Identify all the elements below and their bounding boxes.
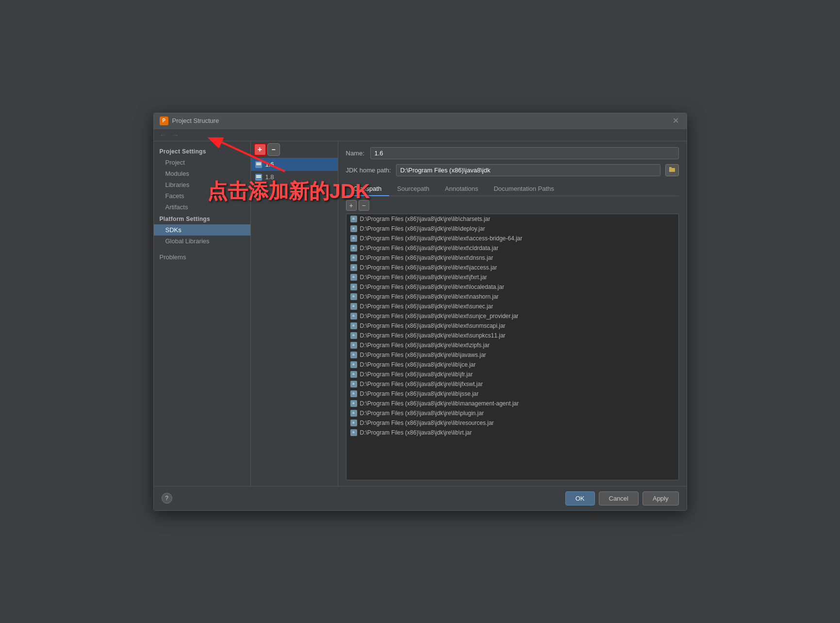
- project-structure-dialog: P Project Structure ✕ ← → Project Settin…: [153, 113, 687, 511]
- jar-path: D:\Program Files (x86)\java8\jdk\jre\lib…: [360, 361, 476, 368]
- sidebar-item-modules[interactable]: Modules: [154, 168, 250, 179]
- sidebar-item-artifacts[interactable]: Artifacts: [154, 202, 250, 213]
- jar-item: ≡ D:\Program Files (x86)\java8\jdk\jre\l…: [346, 253, 678, 263]
- name-input[interactable]: [370, 147, 679, 159]
- sdk-item-1.8[interactable]: 1.8: [251, 171, 338, 184]
- platform-settings-header: Platform Settings: [154, 213, 250, 224]
- svg-rect-4: [256, 177, 261, 178]
- back-button[interactable]: ←: [158, 130, 168, 140]
- jar-path: D:\Program Files (x86)\java8\jdk\jre\lib…: [360, 390, 479, 397]
- action-buttons: OK Cancel Apply: [565, 491, 679, 505]
- jar-icon: ≡: [350, 284, 357, 290]
- jar-icon: ≡: [350, 429, 357, 436]
- svg-rect-2: [256, 163, 261, 164]
- tab-documentation-paths[interactable]: Documentation Paths: [486, 182, 561, 196]
- help-button[interactable]: ?: [162, 493, 172, 504]
- sdk-icon-1.6: [255, 161, 263, 168]
- jar-path: D:\Program Files (x86)\java8\jdk\jre\lib…: [360, 342, 490, 349]
- jar-item: ≡ D:\Program Files (x86)\java8\jdk\jre\l…: [346, 360, 678, 370]
- jar-path: D:\Program Files (x86)\java8\jdk\jre\lib…: [360, 420, 494, 426]
- sidebar-item-project[interactable]: Project: [154, 157, 250, 168]
- jar-path: D:\Program Files (x86)\java8\jdk\jre\lib…: [360, 381, 483, 387]
- browse-jdk-button[interactable]: [665, 164, 679, 176]
- tab-annotations[interactable]: Annotations: [437, 182, 486, 196]
- sdk-label-1.6: 1.6: [265, 161, 274, 168]
- jar-path: D:\Program Files (x86)\java8\jdk\jre\lib…: [360, 429, 472, 436]
- jar-icon: ≡: [350, 390, 357, 397]
- forward-button[interactable]: →: [170, 130, 181, 140]
- add-sdk-button[interactable]: +: [254, 143, 266, 156]
- jar-path: D:\Program Files (x86)\java8\jdk\jre\lib…: [360, 313, 519, 320]
- jar-icon: ≡: [350, 245, 357, 252]
- sdk-list: 1.6 1.8: [251, 158, 338, 486]
- jar-icon: ≡: [350, 352, 357, 358]
- name-label: Name:: [346, 150, 365, 157]
- jar-list: ≡ D:\Program Files (x86)\java8\jdk\jre\l…: [346, 214, 679, 480]
- jar-icon: ≡: [350, 274, 357, 281]
- svg-rect-7: [669, 167, 672, 168]
- jar-path: D:\Program Files (x86)\java8\jdk\jre\lib…: [360, 216, 491, 222]
- cancel-button[interactable]: Cancel: [599, 491, 639, 505]
- jdk-row: JDK home path:: [346, 164, 679, 176]
- jar-icon: ≡: [350, 410, 357, 417]
- jar-item: ≡ D:\Program Files (x86)\java8\jdk\jre\l…: [346, 302, 678, 311]
- jar-path: D:\Program Files (x86)\java8\jdk\jre\lib…: [360, 274, 487, 281]
- remove-classpath-button[interactable]: −: [359, 200, 369, 211]
- jar-icon: ≡: [350, 254, 357, 261]
- jar-item: ≡ D:\Program Files (x86)\java8\jdk\jre\l…: [346, 331, 678, 340]
- title-bar: P Project Structure ✕: [154, 113, 687, 129]
- svg-rect-6: [669, 168, 675, 172]
- main-content: Project Settings Project Modules Librari…: [154, 141, 687, 486]
- jar-item: ≡ D:\Program Files (x86)\java8\jdk\jre\l…: [346, 389, 678, 399]
- jar-icon: ≡: [350, 371, 357, 378]
- jar-item: ≡ D:\Program Files (x86)\java8\jdk\jre\l…: [346, 243, 678, 253]
- jar-item: ≡ D:\Program Files (x86)\java8\jdk\jre\l…: [346, 428, 678, 438]
- tab-classpath[interactable]: Classpath: [346, 182, 390, 196]
- ok-button[interactable]: OK: [565, 491, 595, 505]
- sidebar-item-libraries[interactable]: Libraries: [154, 179, 250, 190]
- jar-item: ≡ D:\Program Files (x86)\java8\jdk\jre\l…: [346, 282, 678, 292]
- jar-item: ≡ D:\Program Files (x86)\java8\jdk\jre\l…: [346, 311, 678, 321]
- nav-top-bar: ← →: [154, 129, 687, 141]
- content-panel: Name: JDK home path: Classpath Sourcepat…: [338, 141, 687, 486]
- jar-icon: ≡: [350, 322, 357, 329]
- sidebar-item-sdks[interactable]: SDKs: [154, 224, 250, 236]
- jar-item: ≡ D:\Program Files (x86)\java8\jdk\jre\l…: [346, 234, 678, 243]
- jar-item: ≡ D:\Program Files (x86)\java8\jdk\jre\l…: [346, 418, 678, 428]
- tab-sourcepath[interactable]: Sourcepath: [389, 182, 437, 196]
- apply-button[interactable]: Apply: [642, 491, 679, 505]
- jar-icon: ≡: [350, 264, 357, 271]
- jar-path: D:\Program Files (x86)\java8\jdk\jre\lib…: [360, 410, 484, 417]
- jdk-home-label: JDK home path:: [346, 167, 391, 174]
- jar-path: D:\Program Files (x86)\java8\jdk\jre\lib…: [360, 254, 494, 261]
- sidebar: Project Settings Project Modules Librari…: [154, 141, 251, 486]
- jar-icon: ≡: [350, 332, 357, 339]
- sdk-item-1.6[interactable]: 1.6: [251, 158, 338, 171]
- jar-path: D:\Program Files (x86)\java8\jdk\jre\lib…: [360, 264, 497, 271]
- jar-item: ≡ D:\Program Files (x86)\java8\jdk\jre\l…: [346, 350, 678, 360]
- bottom-bar: ? OK Cancel Apply: [154, 486, 687, 510]
- jar-icon: ≡: [350, 313, 357, 320]
- add-classpath-button[interactable]: +: [346, 200, 357, 211]
- remove-sdk-button[interactable]: −: [267, 143, 280, 156]
- jar-icon: ≡: [350, 293, 357, 300]
- svg-rect-5: [256, 175, 261, 176]
- close-button[interactable]: ✕: [671, 116, 681, 126]
- svg-rect-1: [256, 164, 261, 165]
- jar-icon: ≡: [350, 420, 357, 426]
- jar-path: D:\Program Files (x86)\java8\jdk\jre\lib…: [360, 235, 523, 242]
- sidebar-item-facets[interactable]: Facets: [154, 190, 250, 202]
- jar-icon: ≡: [350, 342, 357, 349]
- sidebar-item-problems[interactable]: Problems: [154, 251, 250, 264]
- jar-item: ≡ D:\Program Files (x86)\java8\jdk\jre\l…: [346, 399, 678, 408]
- jar-icon: ≡: [350, 235, 357, 242]
- jar-path: D:\Program Files (x86)\java8\jdk\jre\lib…: [360, 322, 506, 329]
- jdk-home-input[interactable]: [396, 164, 660, 176]
- sidebar-item-global-libraries[interactable]: Global Libraries: [154, 236, 250, 247]
- classpath-toolbar: + −: [346, 200, 679, 211]
- jar-item: ≡ D:\Program Files (x86)\java8\jdk\jre\l…: [346, 408, 678, 418]
- jar-path: D:\Program Files (x86)\java8\jdk\jre\lib…: [360, 303, 494, 310]
- jar-item: ≡ D:\Program Files (x86)\java8\jdk\jre\l…: [346, 272, 678, 282]
- sdk-icon-1.8: [255, 173, 263, 181]
- sdk-list-panel: + − 1.6 1: [251, 141, 338, 486]
